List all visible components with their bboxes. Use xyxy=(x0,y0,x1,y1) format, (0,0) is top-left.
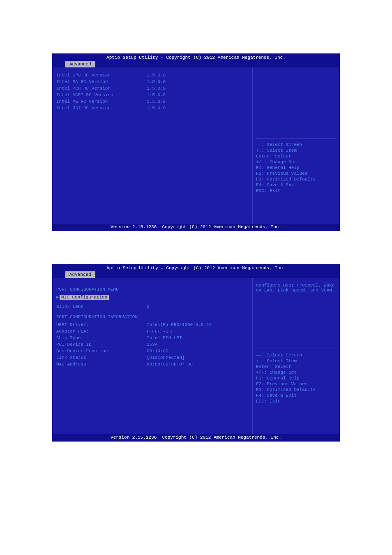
info-row: MAC Address 88:88:88:88:87:88 xyxy=(56,361,249,367)
header-bar: Aptio Setup Utility – Copyright (C) 2012… xyxy=(53,265,339,271)
info-row: Chip Type Intel PCH LPT xyxy=(56,335,249,341)
bios-window-2: Aptio Setup Utility – Copyright (C) 2012… xyxy=(52,264,340,442)
info-row: Link Status [Disconnected] xyxy=(56,355,249,361)
help-keys: →←: Select Screen ↑↓: Select Item Enter:… xyxy=(256,138,336,210)
row-label: Adapter PBA: xyxy=(56,328,147,334)
row-label: UEFI Driver: xyxy=(56,322,147,328)
content-area: Intel CPU RC Version 1.5.0.0 Intel SA RC… xyxy=(53,67,339,224)
setting-row-blink-leds[interactable]: Blink LEDs 0 xyxy=(56,304,249,310)
info-title: PORT CONFIGURATION INFORMATION xyxy=(56,314,249,319)
help-key-line: F4: Save & Exit xyxy=(256,393,336,398)
help-key-line: ESC: Exit xyxy=(256,398,336,404)
help-panel: Configure Boot Protocol, Wake on LAN, Li… xyxy=(253,278,339,434)
row-label: Bus:Device:Function xyxy=(56,348,147,354)
info-row: UEFI Driver: Intel(R) PRO/1000 5.5.19 xyxy=(56,322,249,328)
selected-menu-label: NIC Configuration xyxy=(60,295,109,300)
help-key-line: +/-: Change Opt. xyxy=(256,370,336,375)
help-key-line: F3: Optimized Defaults xyxy=(256,387,336,393)
tab-bar: Advanced xyxy=(53,271,339,278)
main-panel: PORT CONFIGURATION MENU ▶NIC Configurati… xyxy=(53,278,253,434)
help-description xyxy=(256,72,336,138)
row-value: FFFFFF-0FF xyxy=(147,328,249,334)
row-label: Intel PCH RC Version xyxy=(56,86,147,91)
help-key-line: ESC: Exit xyxy=(256,188,336,194)
row-value: 1.5.0.0 xyxy=(147,86,249,91)
info-row: Adapter PBA: FFFFFF-0FF xyxy=(56,328,249,334)
row-label: Intel RST RC Version xyxy=(56,105,147,111)
row-label: Intel ME RC Version xyxy=(56,99,147,104)
help-key-line: →←: Select Screen xyxy=(256,142,336,148)
row-label: MAC Address xyxy=(56,361,147,367)
help-key-line: F1: General Help xyxy=(256,375,336,381)
help-key-line: F4: Save & Exit xyxy=(256,182,336,188)
main-panel: Intel CPU RC Version 1.5.0.0 Intel SA RC… xyxy=(53,67,253,224)
row-value: 1.5.0.0 xyxy=(147,99,249,104)
row-value: Intel(R) PRO/1000 5.5.19 xyxy=(147,322,249,328)
row-value: 1.5.0.0 xyxy=(147,105,249,111)
menu-title: PORT CONFIGURATION MENU xyxy=(56,287,249,292)
menu-item-nic-config[interactable]: ▶NIC Configuration xyxy=(56,294,249,300)
row-value: [Disconnected] xyxy=(147,355,249,361)
help-description: Configure Boot Protocol, Wake on LAN, Li… xyxy=(256,283,336,349)
help-key-line: F2: Previous Values xyxy=(256,171,336,176)
row-value: 88:88:88:88:87:88 xyxy=(147,361,249,367)
row-value: 0 xyxy=(147,304,249,310)
info-row: Intel ACPI RC Version 1.5.0.0 xyxy=(56,92,249,98)
row-label: Intel SA RC Version xyxy=(56,79,147,85)
tab-bar: Advanced xyxy=(53,61,339,67)
info-row: Intel ME RC Version 1.5.0.0 xyxy=(56,99,249,104)
footer-bar: Version 2.15.1236. Copyright (C) 2012 Am… xyxy=(53,434,339,441)
tab-advanced[interactable]: Advanced xyxy=(65,61,95,67)
help-key-line: F1: General Help xyxy=(256,165,336,171)
row-value: 153A xyxy=(147,342,249,347)
row-label: Intel ACPI RC Version xyxy=(56,92,147,98)
tab-advanced[interactable]: Advanced xyxy=(65,271,95,278)
row-label: Intel CPU RC Version xyxy=(56,72,147,78)
info-row: Intel PCH RC Version 1.5.0.0 xyxy=(56,86,249,91)
help-key-line: +/-: Change Opt. xyxy=(256,159,336,165)
help-key-line: Enter: Select xyxy=(256,364,336,370)
row-value: 1.5.0.0 xyxy=(147,92,249,98)
help-key-line: ↑↓: Select Item xyxy=(256,148,336,153)
row-label: PCI Device ID xyxy=(56,342,147,347)
info-row: Intel RST RC Version 1.5.0.0 xyxy=(56,105,249,111)
help-key-line: F2: Previous Values xyxy=(256,381,336,387)
row-label: Blink LEDs xyxy=(56,304,147,310)
help-key-line: ↑↓: Select Item xyxy=(256,358,336,364)
help-keys: →←: Select Screen ↑↓: Select Item Enter:… xyxy=(256,349,336,421)
info-row: Intel CPU RC Version 1.5.0.0 xyxy=(56,72,249,78)
row-value: 1.5.0.0 xyxy=(147,79,249,85)
help-key-line: F3: Optimized Defaults xyxy=(256,176,336,182)
info-row: Bus:Device:Function 00:19:00 xyxy=(56,348,249,354)
row-value: Intel PCH LPT xyxy=(147,335,249,341)
row-value: 1.5.0.0 xyxy=(147,72,249,78)
help-panel: →←: Select Screen ↑↓: Select Item Enter:… xyxy=(253,67,339,224)
header-bar: Aptio Setup Utility – Copyright (C) 2012… xyxy=(53,54,339,61)
footer-bar: Version 2.15.1236. Copyright (C) 2012 Am… xyxy=(53,224,339,230)
bios-window-1: Aptio Setup Utility – Copyright (C) 2012… xyxy=(52,53,340,231)
selector-arrow-icon: ▶ xyxy=(56,294,60,300)
row-value: 00:19:00 xyxy=(147,348,249,354)
content-area: PORT CONFIGURATION MENU ▶NIC Configurati… xyxy=(53,278,339,434)
row-label: Chip Type xyxy=(56,335,147,341)
help-key-line: Enter: Select xyxy=(256,153,336,159)
info-row: Intel SA RC Version 1.5.0.0 xyxy=(56,79,249,85)
info-row: PCI Device ID 153A xyxy=(56,342,249,347)
row-label: Link Status xyxy=(56,355,147,361)
help-key-line: →←: Select Screen xyxy=(256,352,336,358)
